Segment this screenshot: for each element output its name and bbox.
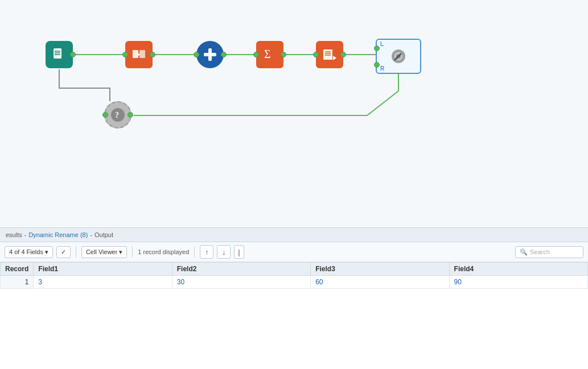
node-l-label: L <box>380 41 384 47</box>
svg-text:Σ: Σ <box>264 48 271 60</box>
results-separator2: - <box>90 231 92 238</box>
fields-dropdown[interactable]: 4 of 4 Fields ▾ <box>5 246 53 258</box>
node-r-label: R <box>380 65 384 72</box>
check-icon: ✓ <box>61 248 66 256</box>
canvas-connections <box>0 0 588 227</box>
col-field1: Field1 <box>34 263 172 276</box>
cell-viewer-label: Cell Viewer <box>86 248 117 255</box>
results-output: Output <box>94 231 113 238</box>
node-input[interactable] <box>46 41 73 68</box>
cell-field3: 60 <box>311 276 449 289</box>
node-join[interactable] <box>196 41 224 68</box>
check-button[interactable]: ✓ <box>56 246 71 258</box>
workflow-canvas[interactable]: Σ L R <box>0 0 588 227</box>
toolbar-divider2 <box>132 246 133 258</box>
svg-rect-11 <box>139 50 145 58</box>
svg-marker-21 <box>333 56 336 60</box>
node-select[interactable] <box>316 41 343 68</box>
cell-viewer-dropdown[interactable]: Cell Viewer ▾ <box>81 246 127 258</box>
svg-rect-10 <box>133 50 138 58</box>
col-field2: Field2 <box>172 263 310 276</box>
fields-dropdown-arrow: ▾ <box>45 248 48 256</box>
scroll-down-button[interactable]: ↓ <box>217 245 231 259</box>
cell-field2: 30 <box>172 276 310 289</box>
up-arrow-icon: ↑ <box>205 248 209 256</box>
records-displayed: 1 record displayed <box>138 248 189 255</box>
node-unknown[interactable]: ? <box>104 101 131 128</box>
node-transform1[interactable] <box>125 41 153 68</box>
cell-field4: 90 <box>449 276 587 289</box>
pipe-icon: | <box>238 248 240 256</box>
results-panel: esults - Dynamic Rename (8) - Output 4 o… <box>0 227 588 369</box>
search-icon: 🔍 <box>520 248 528 256</box>
fields-label: 4 of 4 Fields <box>9 248 43 255</box>
node-summarize[interactable]: Σ <box>256 41 283 68</box>
col-record: Record <box>1 263 34 276</box>
toolbar-divider3 <box>194 246 195 258</box>
svg-rect-15 <box>208 48 212 61</box>
svg-text:?: ? <box>115 111 119 119</box>
results-tool-name[interactable]: Dynamic Rename (8) <box>28 231 88 238</box>
data-table-container: Record Field1 Field2 Field3 Field4 13306… <box>0 262 588 289</box>
svg-rect-17 <box>323 49 332 60</box>
results-header: esults - Dynamic Rename (8) - Output <box>0 228 588 242</box>
table-header-row: Record Field1 Field2 Field3 Field4 <box>1 263 588 276</box>
cell-field1: 3 <box>34 276 172 289</box>
results-toolbar: 4 of 4 Fields ▾ ✓ Cell Viewer ▾ 1 record… <box>0 242 588 262</box>
search-label: Search <box>530 248 550 255</box>
col-field3: Field3 <box>311 263 449 276</box>
results-separator: - <box>24 231 27 238</box>
toolbar-divider1 <box>76 246 76 258</box>
col-field4: Field4 <box>449 263 587 276</box>
cell-viewer-arrow: ▾ <box>119 248 122 256</box>
search-box[interactable]: 🔍 Search <box>515 246 583 258</box>
results-prefix: esults <box>6 231 22 238</box>
cell-record: 1 <box>1 276 34 289</box>
down-arrow-icon: ↓ <box>222 248 226 256</box>
data-table: Record Field1 Field2 Field3 Field4 13306… <box>0 262 588 289</box>
table-row: 13306090 <box>1 276 588 289</box>
svg-rect-6 <box>57 48 61 59</box>
pipe-button[interactable]: | <box>234 245 244 259</box>
scroll-up-button[interactable]: ↑ <box>200 245 213 259</box>
node-dynamic-rename[interactable]: L R <box>376 39 421 74</box>
